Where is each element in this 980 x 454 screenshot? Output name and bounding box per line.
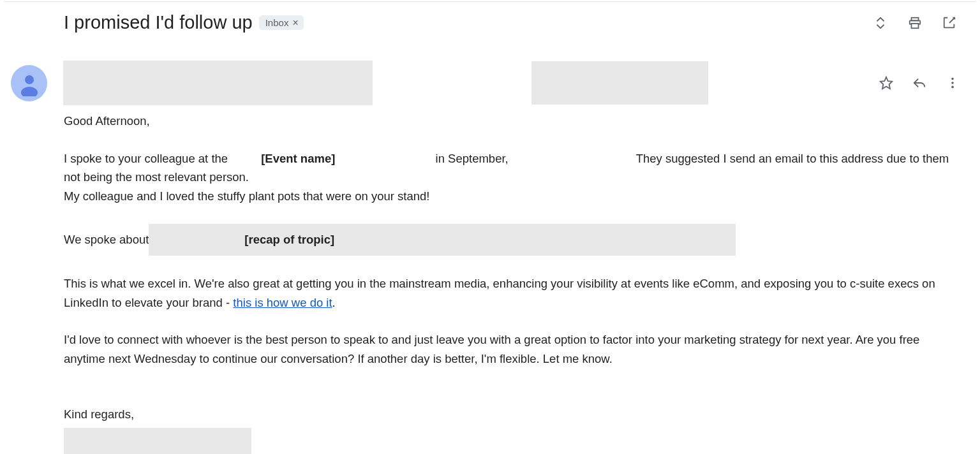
text: .	[332, 296, 336, 309]
svg-point-2	[25, 75, 34, 84]
remove-label-icon[interactable]: ×	[292, 18, 298, 28]
email-header: I promised I'd follow up Inbox ×	[64, 12, 957, 33]
svg-point-7	[951, 86, 954, 89]
topic-placeholder: [recap of tropic]	[244, 230, 334, 249]
text: in September,	[436, 152, 512, 165]
paragraph-4: I'd love to connect with whoever is the …	[64, 330, 956, 368]
text: This is what we excel in. We're also gre…	[64, 277, 935, 309]
sender-redacted	[63, 61, 373, 105]
svg-point-6	[951, 82, 954, 84]
inbox-label-text: Inbox	[265, 17, 289, 28]
signature-redacted	[64, 428, 251, 455]
text: We spoke about	[64, 230, 149, 249]
inbox-label-chip[interactable]: Inbox ×	[259, 15, 304, 30]
paragraph-2: We spoke about [recap of tropic]	[64, 224, 956, 256]
paragraph-1: I spoke to your colleague at the [Event …	[64, 149, 956, 187]
svg-point-5	[951, 78, 954, 80]
star-icon[interactable]	[879, 75, 894, 91]
open-new-window-icon[interactable]	[942, 15, 957, 31]
email-subject: I promised I'd follow up	[64, 12, 253, 33]
how-we-do-it-link[interactable]: this is how we do it	[233, 296, 332, 309]
print-icon[interactable]	[907, 15, 923, 31]
event-name-placeholder: [Event name]	[231, 149, 365, 168]
avatar	[11, 65, 47, 101]
sender-row	[63, 61, 960, 105]
header-actions	[873, 15, 957, 31]
collapse-icon[interactable]	[873, 15, 888, 31]
more-actions-icon[interactable]	[945, 75, 960, 91]
reply-icon[interactable]	[912, 75, 927, 91]
date-redacted	[531, 61, 708, 105]
signoff: Kind regards,	[64, 405, 956, 424]
topic-redacted: [recap of tropic]	[149, 224, 736, 256]
message-actions	[879, 75, 960, 91]
svg-rect-1	[912, 23, 919, 27]
svg-marker-4	[880, 77, 892, 89]
paragraph-1b: My colleague and I loved the stuffy plan…	[64, 187, 956, 206]
svg-point-3	[21, 87, 38, 96]
text: I spoke to your colleague at the	[64, 152, 231, 165]
greeting: Good Afternoon,	[64, 112, 956, 131]
divider	[4, 1, 976, 2]
email-body: Good Afternoon, I spoke to your colleagu…	[64, 112, 956, 454]
paragraph-3: This is what we excel in. We're also gre…	[64, 274, 956, 312]
